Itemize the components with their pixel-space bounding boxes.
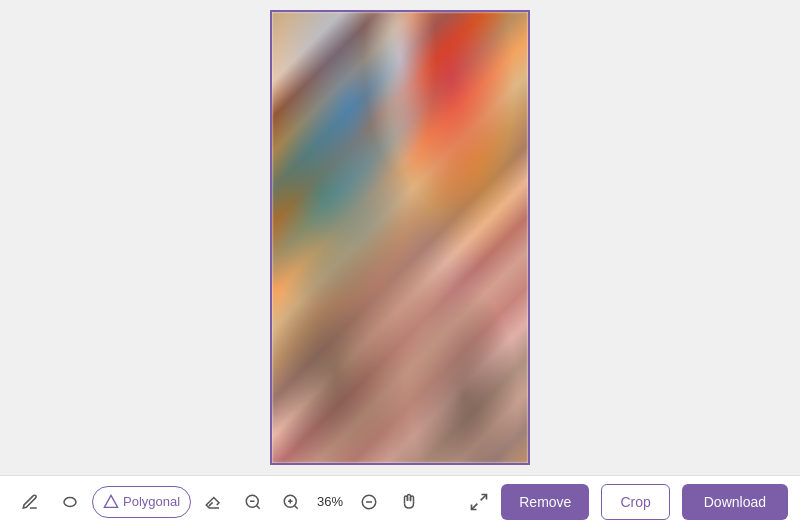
zoom-value: 36% bbox=[311, 494, 349, 509]
zoom-out-button[interactable] bbox=[235, 484, 271, 520]
crop-button[interactable]: Crop bbox=[601, 484, 669, 520]
polygonal-label: Polygonal bbox=[123, 494, 180, 509]
toolbar: Polygonal 36% bbox=[0, 475, 800, 527]
zoom-section: 36% bbox=[235, 484, 387, 520]
svg-line-11 bbox=[481, 494, 487, 500]
zoom-in-icon bbox=[282, 493, 300, 511]
image-placeholder bbox=[272, 12, 528, 463]
download-button[interactable]: Download bbox=[682, 484, 788, 520]
svg-line-6 bbox=[295, 505, 298, 508]
remove-button[interactable]: Remove bbox=[501, 484, 589, 520]
zoom-minus-button[interactable] bbox=[351, 484, 387, 520]
image-container bbox=[270, 10, 530, 465]
polygonal-icon bbox=[103, 494, 119, 510]
pen-icon bbox=[21, 493, 39, 511]
canvas-area bbox=[0, 0, 800, 475]
eraser-icon bbox=[204, 493, 222, 511]
minus-circle-icon bbox=[360, 493, 378, 511]
hand-icon bbox=[400, 493, 418, 511]
crowd-overlay bbox=[272, 12, 528, 463]
eraser-tool-button[interactable] bbox=[195, 484, 231, 520]
lasso-icon bbox=[61, 493, 79, 511]
hand-tool-button[interactable] bbox=[391, 484, 427, 520]
svg-marker-1 bbox=[104, 495, 117, 507]
polygonal-tool-button[interactable]: Polygonal bbox=[92, 486, 191, 518]
crop-label: Crop bbox=[620, 494, 650, 510]
resize-icon bbox=[461, 484, 497, 520]
svg-line-3 bbox=[257, 505, 260, 508]
remove-label: Remove bbox=[519, 494, 571, 510]
pen-tool-button[interactable] bbox=[12, 484, 48, 520]
svg-line-12 bbox=[472, 503, 478, 509]
zoom-out-icon bbox=[244, 493, 262, 511]
svg-point-0 bbox=[64, 497, 76, 506]
download-label: Download bbox=[704, 494, 766, 510]
zoom-in-button[interactable] bbox=[273, 484, 309, 520]
lasso-tool-button[interactable] bbox=[52, 484, 88, 520]
expand-icon bbox=[469, 492, 489, 512]
